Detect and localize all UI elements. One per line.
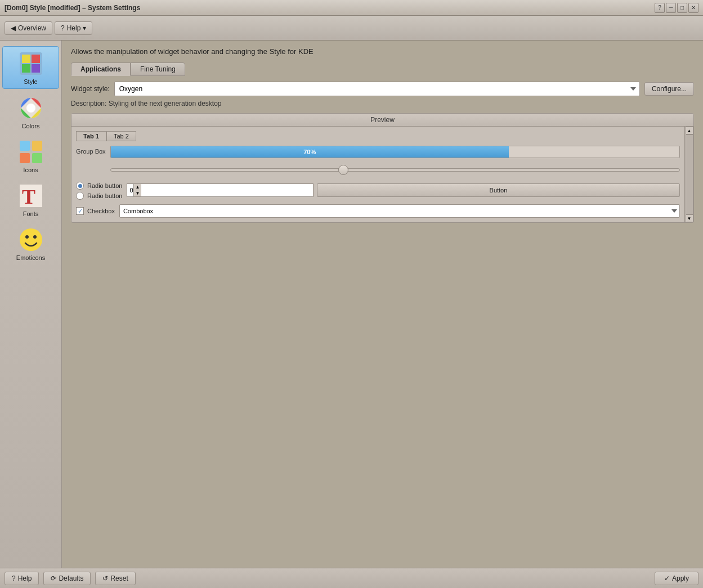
radio-buttons-group: Radio button Radio button	[76, 182, 122, 202]
radio-spinbox-row: Radio button Radio button 0	[76, 182, 680, 202]
reset-label: Reset	[110, 574, 128, 582]
fonts-icon: T	[17, 182, 44, 209]
help-label: Help	[67, 24, 81, 32]
spinbox-arrows: ▲ ▼	[133, 184, 142, 196]
svg-rect-3	[22, 64, 30, 73]
progress-label: 70%	[303, 149, 316, 155]
description-label: Description:	[71, 100, 109, 107]
widget-style-label: Widget style:	[71, 85, 110, 93]
apply-checkmark: ✓	[664, 574, 670, 582]
radio-button-2-row: Radio button	[76, 192, 122, 200]
main-tab-bar: Applications Fine Tuning	[71, 62, 694, 76]
spinbox-button-row: 0 ▲ ▼ Button	[127, 183, 680, 197]
group-box-content: 70%	[110, 146, 680, 182]
slider-thumb[interactable]	[338, 165, 348, 175]
tab-fine-tuning[interactable]: Fine Tuning	[131, 62, 185, 76]
scrollbar-track[interactable]	[686, 134, 693, 214]
svg-rect-10	[32, 153, 42, 163]
svg-rect-7	[20, 141, 30, 151]
action-button[interactable]: Button	[317, 183, 680, 197]
svg-point-14	[25, 235, 29, 239]
radio-dot-1	[78, 184, 82, 188]
defaults-icon: ⟳	[51, 574, 56, 582]
radio-button-2[interactable]	[76, 192, 84, 200]
radio-button-1[interactable]	[76, 182, 84, 190]
scrollbar-up-arrow[interactable]: ▲	[686, 127, 693, 134]
configure-button[interactable]: Configure...	[644, 82, 694, 96]
style-icon	[17, 50, 44, 77]
slider-track	[110, 168, 680, 172]
inner-tab-bar: Tab 1 Tab 2	[76, 131, 680, 141]
radio-label-2: Radio button	[87, 192, 122, 199]
defaults-label: Defaults	[59, 574, 83, 582]
svg-rect-2	[32, 55, 40, 63]
group-box-label: Group Box	[76, 148, 106, 155]
content-header: Allows the manipulation of widget behavi…	[71, 47, 694, 56]
spinbox-down-arrow[interactable]: ▼	[134, 190, 142, 196]
preview-body: Tab 1 Tab 2 Group Box 70%	[71, 127, 693, 222]
toolbar: ◀ Overview ? Help ▾	[0, 16, 703, 41]
scrollbar-down-arrow[interactable]: ▼	[686, 214, 693, 222]
spinbox-button-area: 0 ▲ ▼ Button	[127, 183, 680, 200]
inner-tab-1[interactable]: Tab 1	[76, 131, 106, 141]
checkbox-combobox-row: ✓ Checkbox Combobox	[76, 204, 680, 218]
status-bar: ? Help ⟳ Defaults ↺ Reset ✓ Apply	[0, 568, 703, 588]
checkbox[interactable]: ✓	[76, 207, 84, 215]
preview-box: Preview Tab 1 Tab 2 Group Box	[71, 113, 694, 223]
overview-label: Overview	[18, 24, 46, 32]
group-box-row: Group Box 70%	[76, 146, 680, 182]
defaults-button[interactable]: ⟳ Defaults	[43, 572, 91, 585]
help-dropdown-arrow: ▾	[83, 24, 86, 32]
close-button[interactable]: ✕	[688, 3, 698, 13]
preview-scrollbar: ▲ ▼	[684, 127, 693, 222]
tab-applications[interactable]: Applications	[71, 62, 131, 76]
svg-rect-9	[20, 153, 30, 163]
sidebar-item-fonts[interactable]: T Fonts	[2, 179, 59, 221]
sidebar-fonts-label: Fonts	[23, 210, 39, 217]
checkbox-row: ✓ Checkbox	[76, 207, 115, 215]
svg-text:T: T	[22, 186, 35, 208]
apply-label: Apply	[672, 574, 689, 582]
checkbox-label: Checkbox	[87, 208, 115, 214]
apply-button[interactable]: ✓ Apply	[655, 572, 698, 585]
preview-title: Preview	[71, 114, 693, 127]
window-title: [Dom0] Style [modified] – System Setting…	[5, 4, 140, 12]
spinbox-up-arrow[interactable]: ▲	[134, 184, 142, 190]
colors-icon	[17, 95, 44, 122]
svg-point-15	[33, 235, 37, 239]
sidebar-item-colors[interactable]: Colors	[2, 91, 59, 133]
question-button[interactable]: ?	[655, 3, 665, 13]
sidebar-item-icons[interactable]: Icons	[2, 135, 59, 177]
overview-button[interactable]: ◀ Overview	[5, 21, 52, 35]
svg-rect-4	[32, 64, 40, 73]
main-layout: Style Colors	[0, 41, 703, 568]
reset-button[interactable]: ↺ Reset	[95, 572, 135, 585]
help-status-button[interactable]: ? Help	[5, 572, 39, 585]
description-row: Description: Styling of the next generat…	[71, 100, 694, 107]
reset-icon: ↺	[102, 574, 108, 582]
progress-bar-container: 70%	[110, 146, 680, 158]
sidebar-icons-label: Icons	[23, 167, 38, 173]
emoticons-icon	[17, 226, 44, 253]
slider-container	[110, 161, 680, 178]
help-button[interactable]: ? Help ▾	[55, 21, 92, 35]
sidebar: Style Colors	[0, 41, 62, 568]
help-status-label: Help	[18, 574, 32, 582]
widget-style-select[interactable]: Oxygen	[114, 82, 640, 96]
sidebar-style-label: Style	[24, 78, 37, 85]
combobox[interactable]: Combobox	[119, 204, 680, 218]
restore-button[interactable]: □	[677, 3, 687, 13]
sidebar-emoticons-label: Emoticons	[16, 254, 45, 261]
spinbox[interactable]: 0 ▲ ▼	[127, 183, 314, 197]
back-icon: ◀	[11, 24, 16, 32]
progress-bar-fill: 70%	[111, 146, 509, 158]
sidebar-item-emoticons[interactable]: Emoticons	[2, 223, 59, 264]
sidebar-item-style[interactable]: Style	[2, 46, 59, 89]
svg-point-13	[20, 228, 42, 251]
radio-button-1-row: Radio button	[76, 182, 122, 190]
inner-tab-2[interactable]: Tab 2	[106, 131, 136, 141]
window-controls: ? ─ □ ✕	[655, 3, 698, 13]
title-bar: [Dom0] Style [modified] – System Setting…	[0, 0, 703, 16]
svg-rect-8	[32, 141, 42, 151]
minimize-button[interactable]: ─	[666, 3, 676, 13]
